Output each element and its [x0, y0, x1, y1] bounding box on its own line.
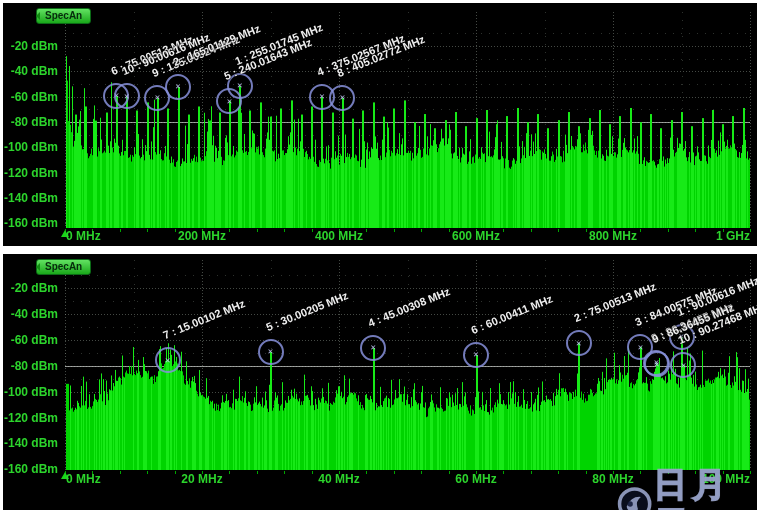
marker-cross-icon: ✕	[237, 81, 242, 90]
y-tick-label: -40 dBm	[0, 64, 58, 78]
y-tick-label: -80 dBm	[0, 115, 58, 129]
y-tick-label: -40 dBm	[0, 307, 58, 321]
marker-circle[interactable]: ✕	[566, 330, 592, 356]
y-tick-label: -140 dBm	[0, 436, 58, 450]
x-tick-label: 1 GHz	[670, 230, 750, 243]
y-tick-label: -120 dBm	[0, 166, 58, 180]
marker-cross-icon: ✕	[319, 92, 324, 101]
y-tick-label: -160 dBm	[0, 462, 58, 476]
y-tick-label: -100 dBm	[0, 140, 58, 154]
marker-cross-icon: ✕	[165, 356, 170, 365]
spectrum-analyzer-screen: SpecAn SpecAn -20 dBm-40 dBm-60 dBm-80 d…	[0, 0, 757, 510]
x-tick-label: 0 MHz	[66, 473, 146, 486]
y-tick-label: -20 dBm	[0, 281, 58, 295]
watermark-text: 日月辰	[653, 464, 757, 510]
marker-cross-icon: ✕	[576, 339, 581, 348]
y-tick-label: -20 dBm	[0, 39, 58, 53]
marker-cross-icon: ✕	[654, 360, 659, 369]
watermark-ring-logo	[616, 483, 653, 510]
y-tick-label: -120 dBm	[0, 411, 58, 425]
marker-circle[interactable]: ✕	[155, 347, 181, 373]
x-tick-label: 60 MHz	[436, 473, 516, 486]
marker-cross-icon: ✕	[227, 97, 232, 106]
marker-circle[interactable]: ✕	[114, 83, 140, 109]
marker-cross-icon: ✕	[473, 350, 478, 359]
marker-circle[interactable]: ✕	[644, 351, 670, 377]
marker-cross-icon: ✕	[124, 92, 129, 101]
marker-cross-icon: ✕	[155, 93, 160, 102]
marker-cross-icon: ✕	[268, 347, 273, 356]
x-tick-label: 0 MHz	[66, 230, 146, 243]
y-tick-label: -100 dBm	[0, 385, 58, 399]
marker-cross-icon: ✕	[681, 361, 686, 370]
marker-cross-icon: ✕	[371, 343, 376, 352]
tab-specan-top[interactable]: SpecAn	[36, 8, 91, 24]
x-tick-label: 40 MHz	[299, 473, 379, 486]
marker-circle[interactable]: ✕	[258, 339, 284, 365]
marker-cross-icon: ✕	[175, 82, 180, 91]
watermark: 日月辰	[616, 464, 757, 510]
x-tick-label: 200 MHz	[162, 230, 242, 243]
x-tick-label: 800 MHz	[573, 230, 653, 243]
y-tick-label: -80 dBm	[0, 359, 58, 373]
marker-circle[interactable]: ✕	[165, 74, 191, 100]
x-tick-label: 400 MHz	[299, 230, 379, 243]
tab-specan-bottom[interactable]: SpecAn	[36, 259, 91, 275]
marker-cross-icon: ✕	[340, 93, 345, 102]
y-tick-label: -60 dBm	[0, 90, 58, 104]
marker-circle[interactable]: ✕	[463, 342, 489, 368]
marker-cross-icon: ✕	[638, 343, 643, 352]
y-tick-label: -60 dBm	[0, 333, 58, 347]
x-tick-label: 600 MHz	[436, 230, 516, 243]
x-tick-label: 20 MHz	[162, 473, 242, 486]
y-tick-label: -160 dBm	[0, 216, 58, 230]
y-tick-label: -140 dBm	[0, 191, 58, 205]
